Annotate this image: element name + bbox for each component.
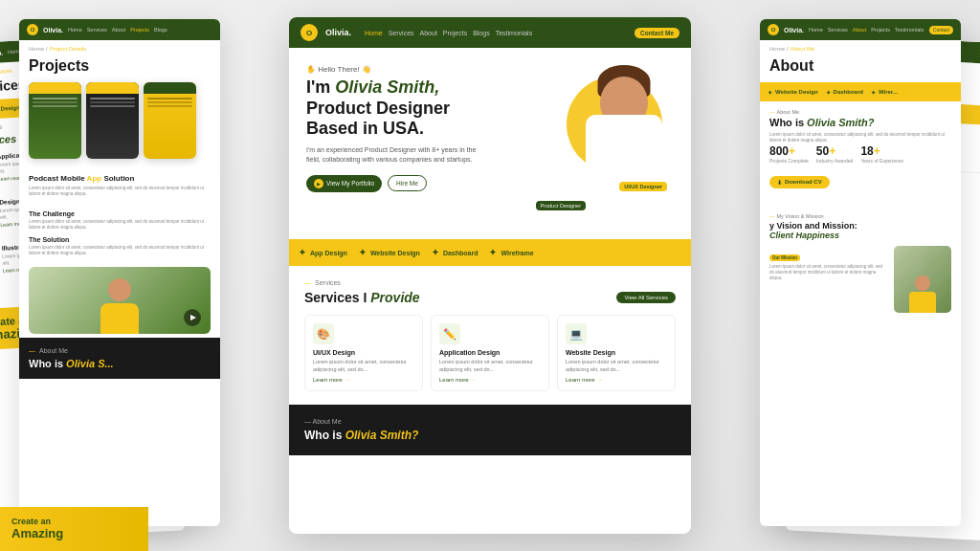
web-design-desc: Lorem ipsum dolor sit amet, consectetur … bbox=[566, 359, 667, 373]
services-title: Services I Provide bbox=[304, 290, 420, 305]
right-front-breadcrumb: Home / About Me bbox=[760, 40, 961, 57]
marquee-star-3: ✦ bbox=[432, 248, 439, 257]
left-front-about-strip: About Me Who is Olivia S... bbox=[19, 338, 220, 379]
service-card-web: 💻 Website Design Lorem ipsum dolor sit a… bbox=[557, 315, 676, 391]
main-nav-links: Home Services About Projects Blogs Testi… bbox=[365, 30, 627, 36]
right-front-about-text: Lorem ipsum dolor sit amet, consectetur … bbox=[769, 132, 951, 144]
left-back-logo-text: Olivia. bbox=[0, 49, 3, 56]
nav-testimonials[interactable]: Testimonials bbox=[496, 30, 533, 36]
create-amazing-banner: Create an Amazing bbox=[0, 507, 148, 551]
right-front-logo-text: Olivia. bbox=[784, 27, 804, 33]
our-mission-badge: Our Mission bbox=[769, 254, 800, 261]
hire-button[interactable]: Hire Me bbox=[388, 175, 427, 191]
stat-experience: 18+ Years of Experience bbox=[860, 144, 903, 164]
web-design-title: Website Design bbox=[566, 349, 667, 356]
solution-section: The Solution Lorem ipsum dolor sit amet,… bbox=[19, 236, 220, 263]
services-tag: Services bbox=[304, 279, 676, 286]
app-screenshot-1 bbox=[29, 82, 81, 159]
ux-learn-more[interactable]: Learn more → bbox=[313, 377, 414, 383]
service-card-ux: 🎨 UI/UX Design Lorem ipsum dolor sit ame… bbox=[304, 315, 423, 391]
right-front-star-2: ✦ bbox=[826, 89, 831, 96]
right-front-marquee: ✦ Website Design ✦ Dashboard ✦ Wirer... bbox=[760, 82, 961, 101]
app-design-title: Application Design bbox=[439, 349, 541, 356]
marquee-star-4: ✦ bbox=[489, 248, 497, 257]
right-front-star-3: ✦ bbox=[871, 89, 876, 96]
app-design-icon: ✏️ bbox=[439, 323, 460, 344]
nav-home[interactable]: Home bbox=[365, 30, 383, 36]
services-section: Services Services I Provide View All Ser… bbox=[289, 266, 691, 405]
app-design-desc: Lorem ipsum dolor sit amet, consectetur … bbox=[439, 359, 541, 373]
marquee-strip: ✦ App Design ✦ Website Design ✦ Dashboar… bbox=[289, 239, 691, 266]
left-front-nav-links: Home Services About Projects Blogs bbox=[68, 27, 212, 33]
stat-awards: 50+ Industry Awarded bbox=[816, 144, 854, 164]
right-front-page: O Olivia. Home Services About Projects T… bbox=[760, 19, 961, 526]
podcast-title: Podcast Mobile App Solution bbox=[29, 174, 211, 183]
podcast-desc: Lorem ipsum dolor sit amet, consectetur … bbox=[29, 186, 211, 198]
ux-badge: UI/UX Designer bbox=[619, 182, 667, 191]
stats-row: 800+ Projects Complete 50+ Industry Awar… bbox=[769, 144, 951, 164]
challenge-section: The Challenge Lorem ipsum dolor sit amet… bbox=[19, 210, 220, 237]
right-front-page-title: About bbox=[760, 57, 961, 82]
web-design-icon: 💻 bbox=[566, 323, 587, 344]
left-front-nav: O Olivia. Home Services About Projects B… bbox=[19, 19, 220, 40]
nav-services[interactable]: Services bbox=[389, 30, 414, 36]
right-front-star-1: ✦ bbox=[768, 89, 772, 96]
marquee-item-3: ✦ Dashboard bbox=[432, 248, 479, 257]
left-front-page-title: Projects bbox=[19, 57, 220, 82]
play-icon: ▶ bbox=[314, 179, 323, 188]
nav-projects[interactable]: Projects bbox=[443, 30, 467, 36]
service-cards: 🎨 UI/UX Design Lorem ipsum dolor sit ame… bbox=[304, 315, 676, 391]
hero-section: ✋ Hello There! 👋 I'm Olivia Smith, Produ… bbox=[289, 48, 691, 239]
marquee-item-2: ✦ Website Design bbox=[359, 248, 420, 257]
podcast-section: Podcast Mobile App Solution Lorem ipsum … bbox=[19, 166, 220, 210]
view-all-button[interactable]: View All Services bbox=[616, 292, 676, 303]
right-front-logo: O bbox=[768, 24, 779, 35]
hero-image: UI/UX Designer bbox=[557, 57, 681, 210]
left-front-page: O Olivia. Home Services About Projects B… bbox=[19, 19, 220, 526]
create-text-highlight: Amazing bbox=[11, 527, 63, 540]
portfolio-button[interactable]: ▶ View My Portfolio bbox=[306, 175, 382, 192]
left-front-logo: O bbox=[27, 24, 38, 35]
solution-text: Lorem ipsum dolor sit amet, consectetur … bbox=[29, 245, 211, 257]
right-front-nav-links: Home Services About Projects Testimonial… bbox=[809, 27, 924, 33]
left-front-photo bbox=[29, 267, 211, 334]
nav-about[interactable]: About bbox=[420, 30, 437, 36]
main-logo-text: Olivia. bbox=[325, 28, 351, 37]
download-cv-button[interactable]: ⬇ Download CV bbox=[769, 176, 830, 188]
ux-design-icon: 🎨 bbox=[313, 323, 334, 344]
marquee-item-4: ✦ Wireframe bbox=[489, 248, 533, 257]
about-tag: — About Me bbox=[304, 418, 676, 425]
ux-design-title: UI/UX Design bbox=[313, 349, 414, 356]
main-page: O Olivia. Home Services About Projects B… bbox=[289, 17, 691, 534]
pd-badge: Product Designer bbox=[536, 201, 587, 210]
app-screenshot-3 bbox=[144, 82, 196, 159]
nav-blogs[interactable]: Blogs bbox=[473, 30, 490, 36]
challenge-text: Lorem ipsum dolor sit amet, consectetur … bbox=[29, 219, 211, 231]
main-nav: O Olivia. Home Services About Projects B… bbox=[289, 17, 691, 48]
about-title: Who is Olivia Smith? bbox=[304, 429, 676, 442]
main-logo-circle: O bbox=[301, 24, 318, 41]
mission-text: Lorem ipsum dolor sit amet, consectetur … bbox=[769, 264, 888, 282]
vision-mission-section: My Vision & Mission y Vision and Mission… bbox=[760, 206, 961, 320]
left-front-breadcrumb: Home / Project Details bbox=[19, 40, 220, 57]
right-front-nav: O Olivia. Home Services About Projects T… bbox=[760, 19, 961, 40]
solution-title: The Solution bbox=[29, 236, 211, 243]
right-front-person-photo bbox=[894, 246, 951, 313]
service-card-app: ✏️ Application Design Lorem ipsum dolor … bbox=[431, 315, 549, 391]
web-learn-more[interactable]: Learn more → bbox=[566, 377, 667, 383]
app-learn-more[interactable]: Learn more → bbox=[439, 377, 541, 383]
left-front-logo-text: Olivia. bbox=[43, 27, 63, 33]
app-screenshots-section bbox=[19, 82, 220, 166]
hero-subtitle: I'm an experienced Product Designer with… bbox=[306, 145, 479, 165]
contact-button[interactable]: Contact Me bbox=[635, 28, 679, 38]
ux-design-desc: Lorem ipsum dolor sit amet, consectetur … bbox=[313, 359, 414, 373]
marquee-star-2: ✦ bbox=[359, 248, 367, 257]
marquee-star-1: ✦ bbox=[299, 248, 306, 257]
marquee-item-1: ✦ App Design bbox=[299, 248, 347, 257]
stat-projects: 800+ Projects Complete bbox=[769, 144, 809, 164]
app-screenshot-2 bbox=[86, 82, 139, 159]
challenge-title: The Challenge bbox=[29, 210, 211, 217]
about-bottom-section: — About Me Who is Olivia Smith? bbox=[289, 405, 691, 455]
who-is-section: About Me Who is Olivia Smith? Lorem ipsu… bbox=[760, 101, 961, 206]
who-is-title: Who is Olivia Smith? bbox=[769, 117, 951, 128]
